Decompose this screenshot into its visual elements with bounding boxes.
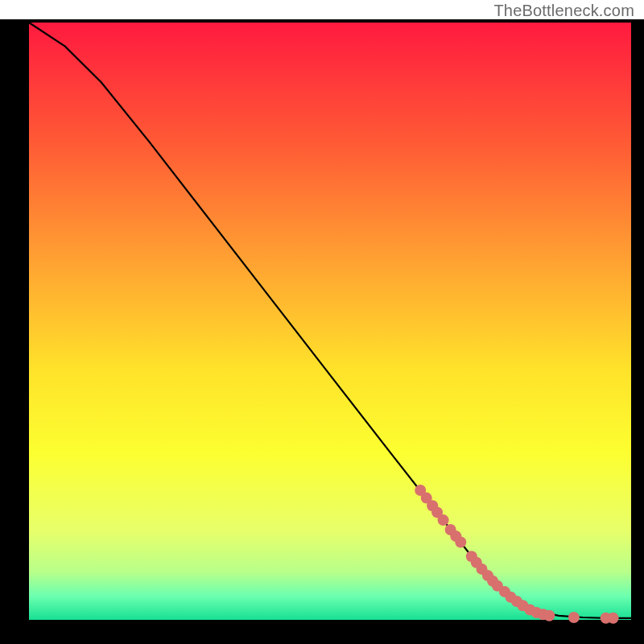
data-marker	[455, 537, 466, 548]
chart-container	[0, 19, 644, 644]
chart-plot-area	[29, 23, 631, 620]
data-marker	[568, 612, 580, 623]
attribution-text: TheBottleneck.com	[493, 2, 634, 20]
data-marker	[608, 613, 619, 624]
data-marker	[438, 514, 449, 526]
data-marker	[543, 610, 555, 621]
chart-svg	[0, 19, 644, 644]
